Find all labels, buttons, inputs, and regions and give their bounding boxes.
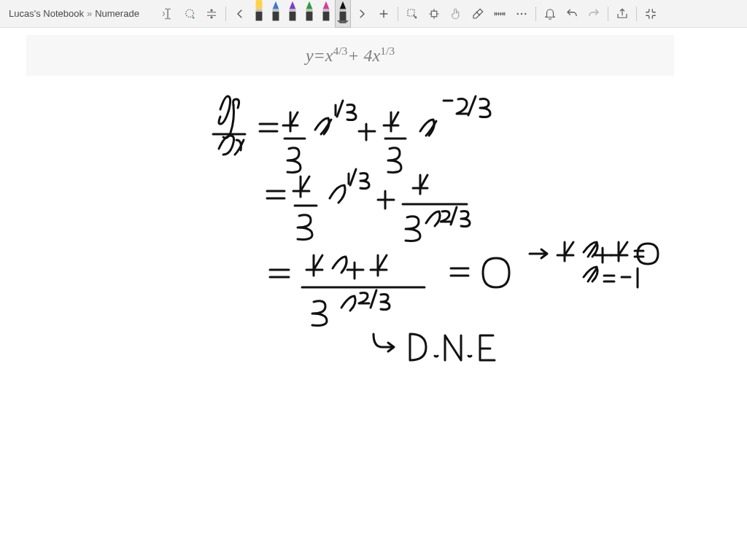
- svg-rect-4: [255, 12, 262, 20]
- draw-touch-button[interactable]: [445, 3, 467, 25]
- highlighter-icon: [252, 0, 266, 23]
- svg-rect-19: [339, 12, 346, 20]
- svg-point-22: [516, 12, 518, 14]
- svg-marker-17: [339, 1, 346, 9]
- pen-icon: [320, 0, 333, 23]
- notifications-button[interactable]: [539, 3, 561, 25]
- pen-icon: [269, 0, 282, 23]
- svg-rect-21: [431, 11, 437, 17]
- svg-rect-16: [322, 12, 329, 20]
- more-button[interactable]: [511, 3, 533, 25]
- svg-rect-9: [289, 9, 295, 12]
- lasso-icon: +: [183, 7, 196, 20]
- svg-rect-3: [255, 9, 262, 12]
- formula-eq: =: [314, 46, 325, 66]
- share-icon: [616, 7, 629, 20]
- svg-point-23: [521, 12, 522, 14]
- pen-icon: [286, 0, 299, 23]
- share-button[interactable]: [611, 3, 633, 25]
- chevron-right-icon: [355, 7, 368, 20]
- next-pen-button[interactable]: [351, 3, 373, 25]
- pen-tray: [251, 0, 351, 28]
- svg-point-24: [525, 12, 526, 14]
- toolbar-divider: [225, 7, 226, 21]
- pen-black-selected[interactable]: [335, 0, 351, 28]
- svg-marker-11: [306, 1, 312, 9]
- breadcrumb-separator: »: [87, 8, 92, 19]
- undo-button[interactable]: [561, 3, 583, 25]
- plus-icon: [377, 7, 390, 20]
- svg-marker-5: [272, 1, 279, 9]
- toolbar-divider: [398, 7, 398, 21]
- formula-x1: x: [325, 46, 333, 66]
- handwriting-ink: [204, 89, 686, 366]
- formula-sup1: 4/3: [333, 44, 347, 58]
- note-canvas[interactable]: y = x4/3 + 4 x1/3: [0, 28, 747, 560]
- insert-space-icon: [205, 7, 218, 20]
- breadcrumb[interactable]: Lucas's Notebook » Numerade: [4, 8, 144, 19]
- formula-x2: x: [373, 46, 381, 66]
- lasso-tool-button[interactable]: +: [179, 3, 201, 25]
- pan-icon: [427, 7, 441, 20]
- pan-tool-button[interactable]: [423, 3, 445, 25]
- svg-rect-6: [272, 9, 279, 12]
- bell-icon: [543, 7, 557, 20]
- pen-green[interactable]: [301, 0, 317, 28]
- svg-marker-14: [322, 1, 329, 9]
- touch-draw-icon: [449, 7, 462, 20]
- selection-icon: [406, 7, 419, 20]
- formula-y: y: [306, 46, 314, 66]
- svg-rect-12: [306, 9, 312, 12]
- svg-rect-13: [306, 12, 312, 20]
- insert-space-button[interactable]: [201, 3, 222, 25]
- toolbar-divider: [636, 7, 637, 21]
- toolbar: Lucas's Notebook » Numerade +: [0, 0, 747, 28]
- toolbar-divider: [608, 7, 608, 21]
- svg-rect-7: [272, 12, 279, 20]
- pen-magenta[interactable]: [318, 0, 334, 28]
- collapse-icon: [644, 7, 657, 20]
- svg-rect-2: [255, 0, 262, 9]
- svg-rect-15: [322, 9, 329, 12]
- add-pen-button[interactable]: [373, 3, 395, 25]
- eraser-button[interactable]: [467, 3, 489, 25]
- ruler-icon: [493, 7, 506, 20]
- svg-rect-10: [289, 12, 295, 20]
- svg-text:+: +: [192, 15, 195, 20]
- selection-tool-button[interactable]: [401, 3, 423, 25]
- formula-sup2: 1/3: [380, 44, 395, 58]
- svg-rect-18: [339, 9, 346, 12]
- breadcrumb-page: Numerade: [95, 8, 139, 19]
- text-cursor-icon: [161, 7, 174, 20]
- toolbar-divider: [535, 7, 536, 21]
- ruler-button[interactable]: [489, 3, 511, 25]
- more-icon: [515, 7, 528, 20]
- pen-purple[interactable]: [285, 0, 301, 28]
- problem-formula: y = x4/3 + 4 x1/3: [26, 35, 674, 76]
- svg-marker-8: [289, 1, 295, 9]
- pen-icon: [303, 0, 316, 23]
- redo-icon: [587, 7, 600, 20]
- breadcrumb-notebook: Lucas's Notebook: [9, 8, 84, 19]
- eraser-icon: [471, 7, 484, 20]
- prev-pen-button[interactable]: [229, 3, 251, 25]
- text-tool-button[interactable]: [157, 3, 179, 25]
- undo-icon: [565, 7, 578, 20]
- exit-fullscreen-button[interactable]: [640, 3, 662, 25]
- pen-highlighter-yellow[interactable]: [251, 0, 267, 28]
- pen-blue[interactable]: [268, 0, 284, 28]
- formula-plus: + 4: [347, 46, 372, 66]
- pen-icon: [336, 0, 349, 23]
- redo-button[interactable]: [583, 3, 605, 25]
- chevron-left-icon: [233, 7, 247, 20]
